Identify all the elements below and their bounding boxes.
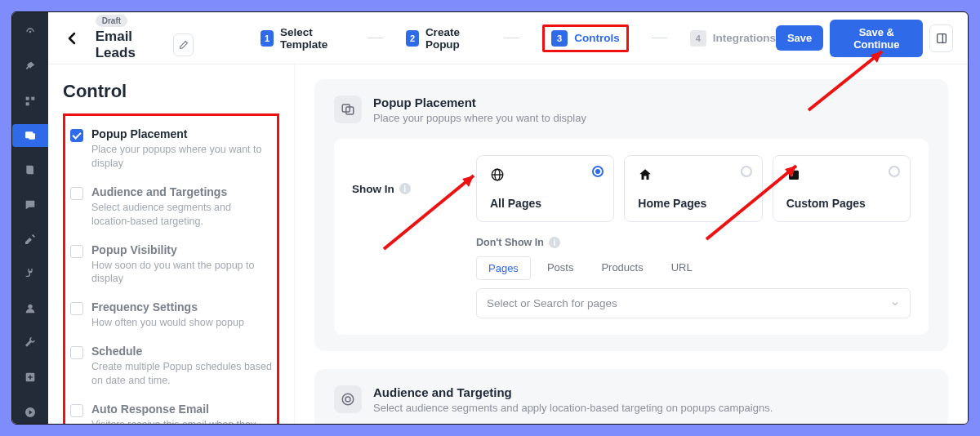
calendar-icon <box>786 167 897 185</box>
left-nav-rail <box>12 12 48 424</box>
radio-icon <box>741 166 752 177</box>
sidebar-heading: Control <box>63 81 279 102</box>
nav-plug-icon[interactable] <box>17 262 43 285</box>
section-title: Audience and Targeting <box>373 385 773 399</box>
sidebar-item-visibility[interactable]: Popup Visibility How soon do you want th… <box>70 238 272 296</box>
placement-icon <box>334 96 362 123</box>
page-title: Email Leads <box>96 29 168 61</box>
save-continue-button[interactable]: Save & Continue <box>830 20 923 57</box>
dont-show-label: Don't Show In i <box>476 237 911 248</box>
top-bar: Draft Email Leads 1 Select Template 2 Cr… <box>48 12 968 65</box>
sidebar-item-frequency[interactable]: Frequency Settings How often you would s… <box>70 296 272 340</box>
svg-point-0 <box>29 31 32 33</box>
svg-rect-1 <box>26 96 29 100</box>
radio-icon <box>889 166 900 177</box>
sidebar-item-schedule[interactable]: Schedule Create multiple Popup schedules… <box>70 340 272 398</box>
nav-book-icon[interactable] <box>17 158 43 181</box>
step-controls[interactable]: 3 Controls <box>551 30 620 47</box>
edit-title-button[interactable] <box>173 33 194 56</box>
checkbox-icon <box>70 302 83 315</box>
panel-toggle-button[interactable] <box>929 24 953 52</box>
checkbox-icon <box>70 187 83 200</box>
svg-point-20 <box>345 397 350 402</box>
svg-rect-2 <box>31 96 34 100</box>
card-custom-pages[interactable]: Custom Pages <box>773 155 911 222</box>
sidebar-item-audience[interactable]: Audience and Targetings Select audience … <box>70 180 272 238</box>
section-desc: Select audience segments and apply locat… <box>373 402 773 414</box>
tab-products[interactable]: Products <box>590 256 654 280</box>
svg-rect-18 <box>791 174 792 176</box>
info-icon[interactable]: i <box>399 183 411 194</box>
nav-play-circle-icon[interactable] <box>17 401 43 424</box>
section-popup-placement: Popup Placement Place your popups where … <box>314 79 948 351</box>
tab-posts[interactable]: Posts <box>536 256 586 280</box>
step-select-template[interactable]: 1 Select Template <box>261 26 345 51</box>
checkbox-icon <box>70 129 83 142</box>
section-desc: Place your popups where you want to disp… <box>373 112 586 124</box>
card-home-pages[interactable]: Home Pages <box>624 155 762 222</box>
step-integrations[interactable]: 4 Integrations <box>690 30 776 47</box>
info-icon[interactable]: i <box>549 237 560 248</box>
svg-point-6 <box>28 304 32 308</box>
svg-rect-3 <box>26 102 29 105</box>
checkbox-icon <box>70 404 83 417</box>
tab-pages[interactable]: Pages <box>476 256 531 280</box>
pages-search-select[interactable]: Select or Search for pages <box>476 288 911 318</box>
nav-user-icon[interactable] <box>17 297 43 320</box>
show-in-label: Show In i <box>352 183 458 195</box>
nav-plus-box-icon[interactable] <box>17 366 43 389</box>
section-audience-targeting: Audience and Targeting Select audience s… <box>314 369 948 424</box>
tab-url[interactable]: URL <box>660 256 704 280</box>
audience-icon <box>334 385 362 413</box>
sidebar-item-auto-response[interactable]: Auto Response Email Visitors receive thi… <box>70 398 272 424</box>
step-create-popup[interactable]: 2 Create Popup <box>406 26 481 51</box>
checkbox-icon <box>70 245 83 258</box>
chevron-down-icon <box>890 299 900 309</box>
section-title: Popup Placement <box>373 96 586 109</box>
control-sidebar: Control Popup Placement Place your popup… <box>48 65 295 424</box>
nav-popup-icon[interactable] <box>12 124 48 147</box>
svg-rect-9 <box>937 33 946 42</box>
radio-icon <box>592 166 604 177</box>
nav-dashboard-icon[interactable] <box>17 20 43 43</box>
svg-rect-5 <box>29 133 35 139</box>
nav-wrench-icon[interactable] <box>17 331 43 354</box>
home-icon <box>638 167 748 185</box>
nav-eyedropper-icon[interactable] <box>17 228 43 251</box>
save-button[interactable]: Save <box>776 25 823 51</box>
sidebar-item-placement[interactable]: Popup Placement Place your popups where … <box>70 122 272 180</box>
content-area: Popup Placement Place your popups where … <box>295 65 968 424</box>
nav-pin-icon[interactable] <box>17 55 43 78</box>
globe-icon <box>490 167 600 185</box>
dont-show-tabs: Pages Posts Products URL <box>476 256 911 280</box>
svg-point-19 <box>342 394 354 405</box>
checkbox-icon <box>70 346 83 359</box>
nav-comment-icon[interactable] <box>17 194 43 216</box>
nav-boxes-icon[interactable] <box>17 90 43 113</box>
draft-badge: Draft <box>96 15 127 27</box>
back-button[interactable] <box>63 29 81 48</box>
card-all-pages[interactable]: All Pages <box>476 155 614 222</box>
